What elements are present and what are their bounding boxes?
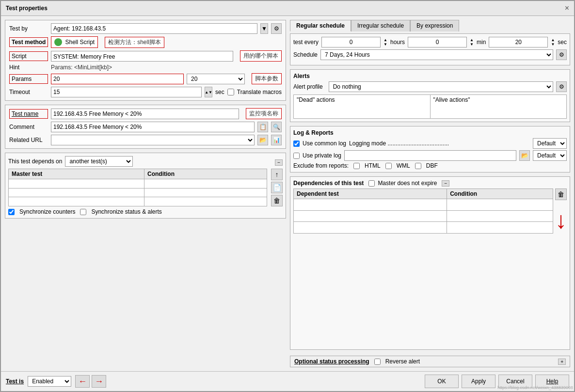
dead-actions-label: "Dead" actions bbox=[297, 96, 335, 103]
alert-profile-select[interactable]: Do nothing bbox=[329, 81, 553, 92]
apply-button[interactable]: Apply bbox=[462, 375, 495, 388]
agent-settings-icon[interactable]: ⚙ bbox=[271, 23, 282, 34]
window-title: Test properties bbox=[6, 5, 48, 12]
table-row bbox=[294, 210, 553, 222]
master-not-expire-checkbox[interactable] bbox=[368, 180, 375, 187]
depends-select[interactable]: another test(s) bbox=[65, 156, 133, 167]
schedule-content: test every ▲▼ hours ▲▼ min ▲▼ sec Schedu… bbox=[290, 33, 570, 65]
dep-table: Dependent test Condition bbox=[293, 188, 553, 234]
related-url-folder-icon[interactable]: 📂 bbox=[257, 135, 268, 145]
private-log-input[interactable] bbox=[344, 150, 516, 161]
close-button[interactable]: × bbox=[565, 4, 569, 13]
params-row: Params 20 脚本参数 bbox=[9, 73, 282, 84]
timeout-unit: sec bbox=[215, 89, 224, 95]
hours-spin[interactable]: ▲▼ bbox=[383, 38, 387, 47]
use-private-log-checkbox[interactable] bbox=[293, 153, 300, 159]
logging-mode-select[interactable]: Default bbox=[533, 138, 567, 149]
use-private-log-label: Use private log bbox=[303, 152, 341, 159]
test-every-label: test every bbox=[293, 39, 319, 46]
reverse-alert-checkbox[interactable] bbox=[374, 359, 381, 365]
top-section: Test by ▼ ⚙ Test method Shell Script 检测方… bbox=[5, 20, 286, 101]
alert-profile-row: Alert profile Do nothing ⚙ bbox=[293, 81, 567, 92]
test-properties-window: Test properties × Test by ▼ ⚙ Test metho… bbox=[0, 0, 575, 392]
use-common-log-checkbox[interactable] bbox=[293, 141, 300, 147]
min-label: min bbox=[477, 39, 486, 46]
comment-search-icon[interactable]: 🔍 bbox=[271, 122, 282, 132]
sync-status-label: Synchronize status & alerts bbox=[91, 208, 161, 215]
comment-input[interactable] bbox=[51, 122, 255, 132]
move-up-button[interactable]: ↑ bbox=[271, 169, 283, 180]
related-url-label: Related URL bbox=[9, 137, 48, 143]
test-name-input[interactable] bbox=[51, 109, 239, 119]
test-name-row: Test name 监控项名称 bbox=[9, 108, 282, 119]
hours-label: hours bbox=[390, 39, 405, 46]
hint-label: Hint bbox=[9, 64, 48, 71]
bottom-bar: Test is Enabled Disabled ← → OK Apply Ca… bbox=[1, 371, 574, 391]
wml-label: WML bbox=[397, 162, 410, 169]
html-checkbox[interactable] bbox=[353, 163, 360, 169]
private-log-folder-icon[interactable]: 📂 bbox=[519, 150, 530, 161]
table-row bbox=[294, 199, 553, 211]
related-url-select[interactable] bbox=[51, 135, 255, 145]
min-input[interactable] bbox=[408, 37, 467, 47]
sec-spin[interactable]: ▲▼ bbox=[551, 38, 555, 47]
schedule-tabs: Regular schedule Irregular schedule By e… bbox=[290, 20, 570, 31]
test-method-box: Shell Script bbox=[51, 36, 98, 48]
schedule-settings-icon[interactable]: ⚙ bbox=[556, 49, 567, 60]
params-select[interactable]: 20 bbox=[187, 74, 245, 84]
agent-dropdown[interactable]: ▼ bbox=[260, 23, 268, 34]
sec-input[interactable] bbox=[489, 37, 548, 47]
logging-mode-label: Logging mode ...........................… bbox=[349, 140, 530, 147]
schedule-select[interactable]: 7 Days, 24 Hours bbox=[320, 49, 553, 60]
delete-button[interactable]: 🗑 bbox=[271, 195, 283, 206]
script-label: Script bbox=[9, 51, 48, 61]
tab-irregular-schedule[interactable]: Irregular schedule bbox=[351, 20, 410, 31]
dbf-checkbox[interactable] bbox=[415, 163, 421, 169]
private-log-row: Use private log 📂 Default bbox=[293, 150, 567, 161]
sync-counters-checkbox[interactable] bbox=[8, 209, 15, 215]
master-test-table: Master test Condition bbox=[8, 169, 267, 206]
next-arrow-button[interactable]: → bbox=[92, 375, 106, 388]
related-url-table-icon[interactable]: 📊 bbox=[271, 135, 282, 145]
ok-button[interactable]: OK bbox=[425, 375, 459, 388]
params-input[interactable] bbox=[51, 74, 184, 84]
tab-by-expression[interactable]: By expression bbox=[410, 20, 459, 31]
master-expires-row: Master does not expire bbox=[368, 180, 437, 187]
test-method-annotation: 检测方法：shell脚本 bbox=[105, 37, 164, 48]
alerts-title: Alerts bbox=[293, 73, 567, 79]
comment-label: Comment bbox=[9, 124, 48, 130]
alerts-section: Alerts Alert profile Do nothing ⚙ "Dead"… bbox=[290, 69, 570, 122]
add-button[interactable]: 📄 bbox=[271, 182, 283, 193]
timeout-input[interactable] bbox=[51, 87, 202, 97]
master-test-area: Master test Condition bbox=[8, 169, 283, 206]
translate-macros-checkbox[interactable] bbox=[227, 89, 234, 95]
depends-on-collapse[interactable]: − bbox=[275, 159, 283, 166]
sync-row: Synchronize counters Synchronize status … bbox=[8, 208, 283, 215]
script-value: SYSTEM: Memory Free bbox=[51, 51, 233, 62]
tab-regular-schedule[interactable]: Regular schedule bbox=[290, 20, 351, 31]
min-spin[interactable]: ▲▼ bbox=[470, 38, 474, 47]
alert-profile-label: Alert profile bbox=[293, 83, 323, 90]
timeout-row: Timeout ▲▼ sec Translate macros bbox=[9, 87, 282, 97]
sec-label: sec bbox=[558, 39, 567, 46]
test-name-section: Test name 监控项名称 Comment 📋 🔍 Related URL … bbox=[5, 105, 286, 149]
dep-collapse-button[interactable]: − bbox=[442, 180, 449, 187]
dep-delete-button[interactable]: 🗑 bbox=[555, 188, 567, 200]
depends-on-row: This test depends on another test(s) bbox=[8, 156, 133, 167]
private-log-mode-select[interactable]: Default bbox=[533, 150, 567, 161]
optional-expand-button[interactable]: + bbox=[558, 359, 566, 365]
prev-arrow-button[interactable]: ← bbox=[75, 375, 90, 388]
timeout-spin[interactable]: ▲▼ bbox=[205, 87, 212, 97]
translate-macros-label: Translate macros bbox=[237, 89, 282, 95]
comment-edit-icon[interactable]: 📋 bbox=[257, 122, 268, 132]
wml-checkbox[interactable] bbox=[385, 163, 392, 169]
test-name-label: Test name bbox=[9, 109, 48, 119]
depends-on-section: This test depends on another test(s) − M… bbox=[5, 153, 286, 219]
agent-input[interactable] bbox=[51, 23, 257, 34]
sync-status-checkbox[interactable] bbox=[80, 209, 86, 215]
table-row bbox=[9, 197, 267, 206]
test-is-select[interactable]: Enabled Disabled bbox=[28, 376, 71, 387]
common-log-row: Use common log Logging mode ............… bbox=[293, 138, 567, 149]
hours-input[interactable] bbox=[321, 37, 381, 47]
alert-profile-settings-icon[interactable]: ⚙ bbox=[556, 81, 567, 92]
